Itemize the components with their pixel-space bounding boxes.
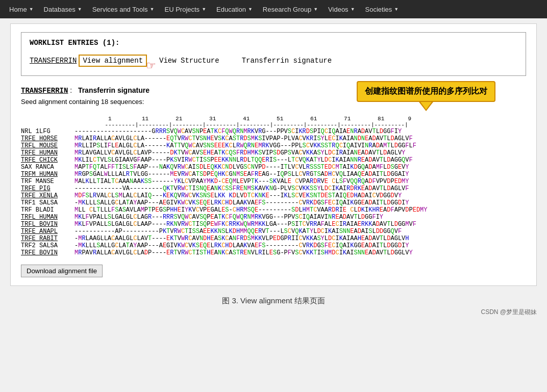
protein-name-link[interactable]: TRANSFERRIN [21, 87, 68, 95]
nav-education[interactable]: Education ▼ [211, 0, 258, 18]
nav-videos[interactable]: Videos ▼ [323, 0, 360, 18]
alignment-section: 1 11 21 31 41 51 61 71 81 9 ---------|--… [21, 116, 526, 256]
view-structure-link[interactable]: View Structure [159, 57, 219, 65]
download-alignment-button[interactable]: Download alignment file [21, 265, 103, 277]
sequence-name[interactable]: TRFL MOUSE [21, 142, 74, 149]
callout-container: 创建指纹图谱所使用的多序列比对 [357, 81, 495, 111]
nav-education-arrow: ▼ [248, 7, 253, 12]
sequence-data: MDFSLRVALCLSMLALCLAIQ---KEKQVRWCVKSNSELK… [74, 192, 402, 199]
nav-research-arrow: ▼ [313, 7, 318, 12]
sequence-name: NRL 1LFG [21, 128, 74, 135]
sequence-name[interactable]: TRFL BOVIN [21, 221, 74, 228]
nav-home[interactable]: Home ▼ [4, 0, 39, 18]
sequence-name[interactable]: TRFE ANAPL [21, 228, 74, 235]
callout-arrow-outer [419, 102, 433, 111]
callout-box: 创建指纹图谱所使用的多序列比对 [357, 81, 495, 102]
sequence-name[interactable]: TRFE BOVIN [21, 249, 74, 256]
sequence-data: MAPTFQTALFFTISLSFAAP---NAKQVRWCAISDLEQKK… [74, 164, 409, 171]
table-row: TRFE RABIT-MRLAAGLLACAALGLCLAVT----EKTVW… [21, 235, 526, 242]
navigation: Home ▼ Databases ▼ Services and Tools ▼ … [0, 0, 547, 18]
callout-arrow-inner [420, 102, 432, 110]
ruler-line: ---------|---------|---------|---------|… [21, 122, 526, 128]
table-row: TRF MANSEMALKLLTIALTCAAANAAKSS------YKLC… [21, 178, 526, 185]
table-row: TRFE ANAPL-----------AP----------PKTVRWC… [21, 228, 526, 235]
table-row: SAX RANCAMAPTFQTALFFTISLSFAAP---NAKQVRWC… [21, 164, 526, 171]
protein-header: TRANSFERRIN : Transferrin signature [21, 86, 150, 95]
view-alignment-button[interactable]: View alignment [79, 55, 147, 67]
nav-societies[interactable]: Societies ▼ [360, 0, 404, 18]
sequence-name[interactable]: TRFE HUMAN [21, 149, 74, 156]
table-row: TRFE CHICKMKLILCTVLSLGIAAVGFAAP----PKSVI… [21, 156, 526, 164]
sequence-data: MRGPSGALWLLLALRTVLGG------MEVRWCATSDPEQH… [74, 171, 409, 178]
table-row: TRFE HUMANMRLAVGALLVCAVLGLCLAVP-----DKTV… [21, 149, 526, 156]
sequence-data: MALKLLTIALTCAAANAAKSS------YKLCVPAAYMKD-… [74, 178, 409, 185]
table-row: TRFL BOVINMKLFVPALLSLGALGLCLAAP----RKNVR… [21, 221, 526, 228]
sequence-data: MRLAIRALLACAVLGLCLA------EQTVRWCTVSNHEVS… [74, 135, 413, 142]
table-row: TRFE PIG-------------VA---------QKTVRWCT… [21, 185, 526, 192]
sequence-data: -----------AP----------PKTVRWCTISSAEEKKN… [74, 228, 402, 235]
sequence-data: -MKLLLSALLGCLATAYAAP---AEGIVKWCVKSEQELRK… [74, 242, 409, 249]
worklist-protein-link[interactable]: TRANSFERRIN [30, 57, 77, 65]
sequence-data: -MRLAAGLLACAALGLCLAVT----EKTVWRCAVNDHEAS… [74, 235, 409, 242]
sequence-data: -------------VA---------QKTVRWCTISNQEANK… [74, 185, 409, 192]
sequence-data: MRPAVRALLACAVLGLCLADP----ERTVRWCTISTHEAN… [74, 249, 413, 256]
table-row: TRFM HUMANMRGPSGALWLLLALRTVLGG------MEVR… [21, 171, 526, 178]
table-row: TRFL HUMANMKLFVPALLSLGALGLCLAGR---RRRSVQ… [21, 214, 526, 221]
table-row: TRFE HORSEMRLAIRALLACAVLGLCLA------EQTVR… [21, 135, 526, 142]
sequence-name[interactable]: TRFL HUMAN [21, 214, 74, 221]
sequence-name: SAX RANCA [21, 164, 74, 171]
worklist-title: WORKLIST ENTRIES (1): [30, 39, 517, 47]
sequence-name[interactable]: TRFE RABIT [21, 235, 74, 242]
main-content: WORKLIST ENTRIES (1): TRANSFERRIN View a… [10, 23, 537, 286]
nav-eu-arrow: ▼ [202, 7, 206, 12]
nav-databases[interactable]: Databases ▼ [39, 0, 87, 18]
sequence-name[interactable]: TRFE HORSE [21, 135, 74, 142]
table-row: TRF1 SALSA-MKLLLSALLGCLATAYAAP---AEGIVKW… [21, 199, 526, 206]
caption-credit: CSDN @梦里是砌妹 [0, 308, 547, 317]
nav-research-group[interactable]: Research Group ▼ [258, 0, 323, 18]
sequence-name: TRF2 SALSA [21, 242, 74, 249]
sequence-data: MKLFVPALLSLGALGLCLAGR---RRRSVQWCAVSQPEAT… [74, 214, 383, 221]
table-row: TRFL MOUSEMRLLIPSLIFLEALGLCLA------KATTV… [21, 142, 526, 149]
worklist-signature: Transferrin signature [242, 57, 332, 65]
sequence-name: TRF BLADI [21, 206, 74, 214]
sequence-name[interactable]: TRFM HUMAN [21, 171, 74, 178]
worklist-box: WORKLIST ENTRIES (1): TRANSFERRIN View a… [21, 32, 526, 76]
sequence-name[interactable]: TRFE PIG [21, 185, 74, 192]
nav-eu-projects[interactable]: EU Projects ▼ [159, 0, 211, 18]
sequence-name[interactable]: TRFE CHICK [21, 156, 74, 164]
sequence-data: MLL CLTLLLFSASAVLAMPTPEGSPHHEIYKVCVPEGAL… [74, 206, 428, 214]
table-row: TRF2 SALSA-MKLLLSALLGCLATAYAAP---AEGIVKW… [21, 242, 526, 249]
worklist-row: TRANSFERRIN View alignment ☞ View Struct… [30, 52, 517, 69]
sequence-data: -MKLLLSALLGCLATAYAAP---AEGIVKWCVKSEQELRK… [74, 199, 409, 206]
sequence-name: TRF MANSE [21, 178, 74, 185]
sequence-data: MKLILCTVLSLGIAAVGFAAP----PKSVIRWCTISSPEE… [74, 156, 413, 164]
sequence-name[interactable]: TRFE XENLA [21, 192, 74, 199]
sequence-name: TRF1 SALSA [21, 199, 74, 206]
sequence-data: MRLAVGALLVCAVLGLCLAVP-----DKTVWCAVSEHEAT… [74, 149, 405, 156]
seed-info: Seed alignment containing 18 sequences: [21, 98, 150, 106]
nav-societies-arrow: ▼ [394, 7, 399, 12]
ruler-numbers: 1 11 21 31 41 51 61 71 81 9 [21, 116, 526, 122]
nav-home-arrow: ▼ [29, 7, 34, 12]
sequence-data: ---------------------GRRRSVQWCAVSNPEATKC… [74, 128, 402, 135]
nav-services-arrow: ▼ [150, 7, 155, 12]
table-row: TRFE XENLAMDFSLRVALCLSMLALCLAIQ---KEKQVR… [21, 192, 526, 199]
nav-services-tools[interactable]: Services and Tools ▼ [87, 0, 160, 18]
nav-videos-arrow: ▼ [351, 7, 355, 12]
sequence-rows: NRL 1LFG---------------------GRRRSVQWCAV… [21, 128, 526, 256]
figure-caption: 图 3. View alignment 结果页面 [0, 296, 547, 306]
cursor-icon: ☞ [146, 59, 156, 72]
protein-signature: Transferrin signature [78, 86, 150, 94]
sequence-data: MKLFVPALLSLGALGLCLAAP----RKNVRWCTISQPEWF… [74, 221, 416, 228]
table-row: NRL 1LFG---------------------GRRRSVQWCAV… [21, 128, 526, 135]
nav-databases-arrow: ▼ [78, 7, 82, 12]
sequence-data: MRLLIPSLIFLEALGLCLA------KATTVQWCAVSNSEE… [74, 142, 416, 149]
table-row: TRFE BOVINMRPAVRALLACAVLGLCLADP----ERTVR… [21, 249, 526, 256]
table-row: TRF BLADIMLL CLTLLLFSASAVLAMPTPEGSPHHEIY… [21, 206, 526, 214]
callout-arrow-container [357, 102, 495, 111]
